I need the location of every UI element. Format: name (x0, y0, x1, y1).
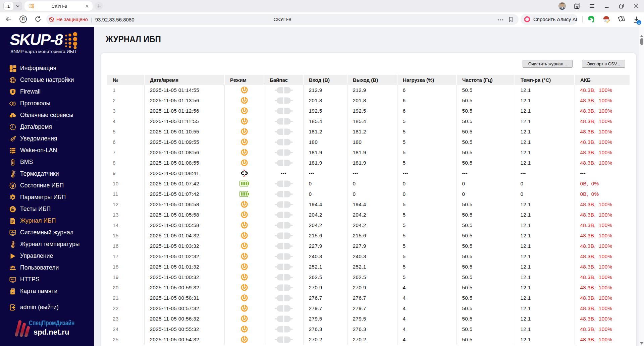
svg-text:Я: Я (22, 17, 25, 21)
svg-text:SSL: SSL (10, 278, 15, 280)
svg-text:SD: SD (11, 291, 14, 293)
